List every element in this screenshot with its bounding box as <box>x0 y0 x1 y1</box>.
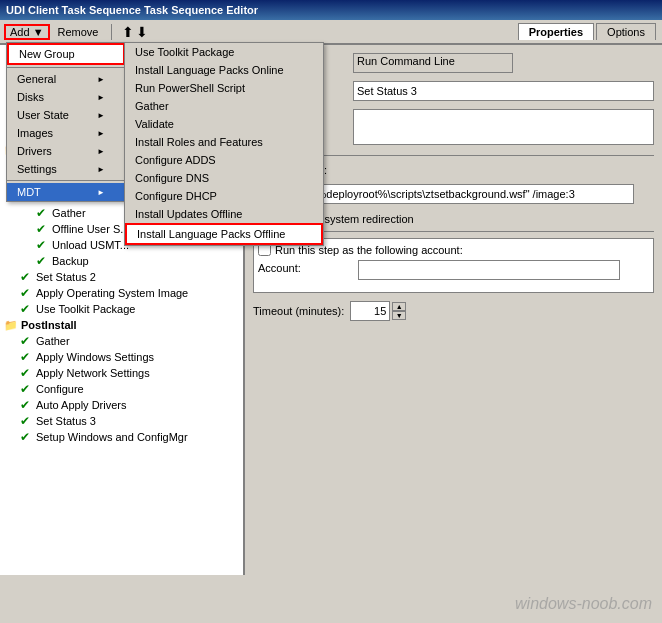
timeout-spinner: ▲ ▼ <box>350 301 406 321</box>
type-value: Run Command Line <box>353 53 513 73</box>
toolbar-icons: ⬆ ⬇ <box>122 24 148 40</box>
description-input[interactable] <box>353 109 654 145</box>
submenu-arrow-settings: ► <box>97 165 105 174</box>
tree-item-configure[interactable]: ✔ Configure <box>0 381 243 397</box>
check-icon: ✔ <box>36 254 50 268</box>
submenu-arrow-drivers: ► <box>97 147 105 156</box>
tree-item-set-status-3[interactable]: ✔ Set Status 3 <box>0 413 243 429</box>
menu-item-user-state[interactable]: User State ► <box>7 106 125 124</box>
menu-item-settings[interactable]: Settings ► <box>7 160 125 178</box>
move-up-icon[interactable]: ⬆ <box>122 24 134 40</box>
tree-item-backup[interactable]: ✔ Backup <box>0 253 243 269</box>
timeout-label: Timeout (minutes): <box>253 305 344 317</box>
tab-properties[interactable]: Properties <box>518 23 594 40</box>
menu-divider <box>111 24 112 40</box>
submenu-arrow-general: ► <box>97 75 105 84</box>
spinner-buttons: ▲ ▼ <box>392 302 406 320</box>
mdt-item-configure-adds[interactable]: Configure ADDS <box>125 151 323 169</box>
submenu-arrow-user-state: ► <box>97 111 105 120</box>
tree-item-apply-net-settings[interactable]: ✔ Apply Network Settings <box>0 365 243 381</box>
menu-bar: Add ▼ Remove ⬆ ⬇ Properties Options <box>0 20 662 44</box>
menu-item-images[interactable]: Images ► <box>7 124 125 142</box>
submenu-arrow-disks: ► <box>97 93 105 102</box>
check-icon: ✔ <box>20 350 34 364</box>
check-icon: ✔ <box>20 302 34 316</box>
tree-item-gather2[interactable]: ✔ Gather <box>0 333 243 349</box>
watermark: windows-noob.com <box>515 595 652 613</box>
check-icon: ✔ <box>36 238 50 252</box>
account-row: Account: <box>258 260 649 280</box>
check-icon: ✔ <box>20 334 34 348</box>
menu-item-mdt[interactable]: MDT ► <box>7 183 125 201</box>
check-icon: ✔ <box>20 286 34 300</box>
title-bar: UDI Client Task Sequence Task Sequence E… <box>0 0 662 20</box>
add-menu-button[interactable]: Add ▼ <box>4 24 50 40</box>
menu-item-general[interactable]: General ► <box>7 70 125 88</box>
mdt-item-use-toolkit[interactable]: Use Toolkit Package <box>125 43 323 61</box>
menu-item-new-group[interactable]: New Group <box>7 43 125 65</box>
menu-item-drivers[interactable]: Drivers ► <box>7 142 125 160</box>
mdt-item-run-powershell[interactable]: Run PowerShell Script <box>125 79 323 97</box>
folder-icon-postinstall: 📁 <box>4 319 18 331</box>
tree-item-apply-win-settings[interactable]: ✔ Apply Windows Settings <box>0 349 243 365</box>
tree-item-auto-apply-drivers[interactable]: ✔ Auto Apply Drivers <box>0 397 243 413</box>
account-label: Account: <box>258 260 358 274</box>
tree-item-use-toolkit-pkg[interactable]: ✔ Use Toolkit Package <box>0 301 243 317</box>
name-input[interactable] <box>353 81 654 101</box>
spinner-down-button[interactable]: ▼ <box>392 311 406 320</box>
remove-menu-button[interactable]: Remove <box>52 24 105 40</box>
mdt-item-install-lang-offline[interactable]: Install Language Packs Offline <box>125 223 323 245</box>
spinner-up-button[interactable]: ▲ <box>392 302 406 311</box>
check-icon: ✔ <box>20 366 34 380</box>
check-icon: ✔ <box>36 206 50 220</box>
mdt-item-install-lang-online[interactable]: Install Language Packs Online <box>125 61 323 79</box>
menu-separator-1 <box>7 67 125 68</box>
group-postinstall[interactable]: 📁 PostInstall <box>0 317 243 333</box>
window-title: UDI Client Task Sequence Task Sequence E… <box>6 4 258 16</box>
account-input[interactable] <box>358 260 620 280</box>
mdt-item-validate[interactable]: Validate <box>125 115 323 133</box>
timeout-input[interactable] <box>350 301 390 321</box>
mdt-item-install-updates-offline[interactable]: Install Updates Offline <box>125 205 323 223</box>
check-icon: ✔ <box>20 398 34 412</box>
tab-options[interactable]: Options <box>596 23 656 40</box>
check-icon: ✔ <box>20 382 34 396</box>
menu-item-disks[interactable]: Disks ► <box>7 88 125 106</box>
tab-strip: Properties Options <box>518 23 658 40</box>
check-icon: ✔ <box>20 270 34 284</box>
add-dropdown-menu: New Group General ► Disks ► User State ►… <box>6 42 126 202</box>
mdt-item-configure-dns[interactable]: Configure DNS <box>125 169 323 187</box>
submenu-arrow-mdt: ► <box>97 188 105 197</box>
mdt-item-gather[interactable]: Gather <box>125 97 323 115</box>
timeout-row: Timeout (minutes): ▲ ▼ <box>253 301 654 321</box>
menu-separator-2 <box>7 180 125 181</box>
check-icon: ✔ <box>20 414 34 428</box>
check-icon: ✔ <box>36 222 50 236</box>
tree-item-set-status-2[interactable]: ✔ Set Status 2 <box>0 269 243 285</box>
submenu-arrow-images: ► <box>97 129 105 138</box>
move-down-icon[interactable]: ⬇ <box>136 24 148 40</box>
mdt-submenu: Use Toolkit Package Install Language Pac… <box>124 42 324 246</box>
tree-item-apply-os[interactable]: ✔ Apply Operating System Image <box>0 285 243 301</box>
mdt-item-configure-dhcp[interactable]: Configure DHCP <box>125 187 323 205</box>
mdt-item-install-roles[interactable]: Install Roles and Features <box>125 133 323 151</box>
run-as-section: Run this step as the following account: … <box>253 238 654 293</box>
tree-item-setup-windows[interactable]: ✔ Setup Windows and ConfigMgr <box>0 429 243 445</box>
check-icon: ✔ <box>20 430 34 444</box>
